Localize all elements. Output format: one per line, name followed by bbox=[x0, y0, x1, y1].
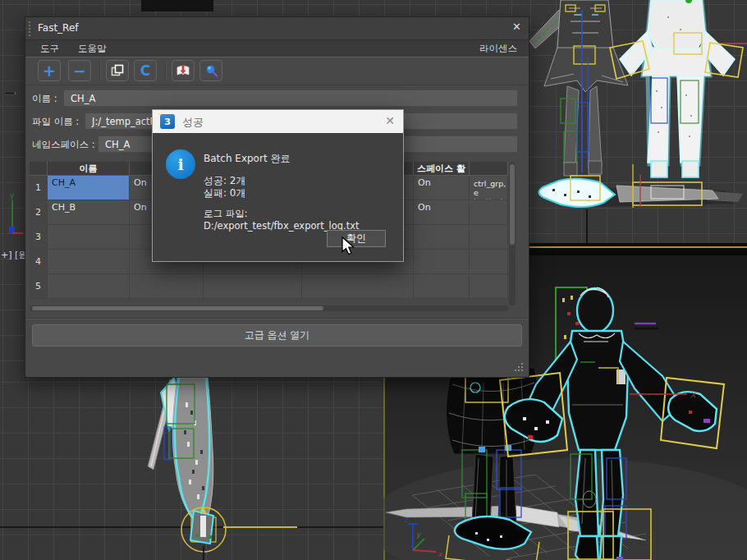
search-icon bbox=[204, 64, 218, 78]
row-number[interactable]: 2 bbox=[30, 200, 48, 225]
scrollbar-thumb[interactable] bbox=[510, 164, 515, 245]
scene-leg-view bbox=[0, 378, 383, 560]
c-button[interactable]: C bbox=[134, 60, 157, 81]
table-cell[interactable] bbox=[470, 225, 508, 250]
table-cell[interactable] bbox=[414, 250, 470, 274]
character-gray-wireframe bbox=[529, 0, 628, 176]
table-cell[interactable]: On bbox=[414, 176, 470, 200]
row-number[interactable]: 5 bbox=[30, 274, 48, 299]
menu-tools[interactable]: 도구 bbox=[40, 43, 59, 55]
table-header[interactable]: 이름 bbox=[48, 162, 130, 176]
toolbar: + − C bbox=[25, 57, 529, 85]
row-number[interactable]: 3 bbox=[30, 225, 48, 250]
row-number[interactable]: 4 bbox=[30, 250, 48, 274]
table-header[interactable]: 스페이스 활 bbox=[414, 162, 470, 176]
table-cell[interactable]: CH_B bbox=[48, 200, 130, 225]
table-cell[interactable]: On bbox=[414, 200, 470, 225]
fail-count: 실패: 0개 bbox=[204, 186, 246, 200]
axis-z-marker bbox=[9, 227, 15, 233]
menu-license[interactable]: 라이센스 bbox=[479, 43, 517, 55]
namespace-field-label: 네임스페이스 : bbox=[32, 139, 95, 151]
table-cell[interactable]: ctrl_grp, e testtest... bbox=[470, 176, 508, 200]
table-cell[interactable] bbox=[414, 225, 470, 250]
dialog-message: Batch Export 완료 bbox=[204, 152, 290, 166]
foot-gizmo bbox=[181, 507, 226, 560]
row-number[interactable]: 1 bbox=[30, 176, 48, 200]
success-dialog: 3 성공 ✕ i Batch Export 완료 성공: 2개 실패: 0개 로… bbox=[152, 109, 404, 262]
table-cell[interactable] bbox=[48, 250, 130, 274]
mouse-cursor bbox=[341, 236, 355, 256]
vertical-scrollbar[interactable] bbox=[509, 162, 516, 305]
viewport-bottom-left[interactable] bbox=[0, 378, 383, 560]
scrollbar-thumb[interactable] bbox=[32, 306, 323, 310]
search-button[interactable] bbox=[199, 60, 222, 81]
table-cell[interactable]: CH_A bbox=[48, 176, 130, 200]
add-button[interactable]: + bbox=[38, 60, 61, 81]
viewport-divider[interactable] bbox=[525, 243, 747, 253]
table-cell[interactable] bbox=[302, 274, 414, 299]
close-icon[interactable]: ✕ bbox=[512, 21, 521, 33]
table-cell[interactable] bbox=[470, 274, 508, 299]
name-input[interactable]: CH_A bbox=[63, 90, 518, 107]
table-cell[interactable] bbox=[414, 274, 470, 299]
table-cell[interactable] bbox=[470, 250, 508, 274]
toolbar-separator bbox=[165, 61, 167, 80]
table-header[interactable] bbox=[470, 162, 508, 176]
dialog-titlebar[interactable]: 3 성공 ✕ bbox=[153, 110, 403, 133]
horizontal-scrollbar[interactable] bbox=[30, 305, 508, 311]
file-name-field-label: 파일 이름 : bbox=[32, 116, 79, 128]
drag-handle-icon[interactable] bbox=[28, 21, 32, 36]
close-icon[interactable]: ✕ bbox=[385, 114, 395, 127]
resize-grip-icon[interactable] bbox=[515, 363, 525, 373]
axis-gizmo: y bbox=[2, 190, 23, 241]
log-file-path: 로그 파일: D:/export_test/fbx_export_log.txt bbox=[204, 208, 403, 232]
menu-help[interactable]: 도움말 bbox=[78, 43, 107, 55]
window-title: Fast_Ref bbox=[38, 22, 79, 34]
scene-back-view bbox=[528, 0, 747, 243]
copy-icon bbox=[111, 64, 124, 77]
toolbar-separator bbox=[99, 61, 101, 80]
table-header[interactable] bbox=[30, 162, 48, 176]
table-cell[interactable] bbox=[130, 274, 204, 299]
app-logo-icon: 3 bbox=[160, 114, 175, 129]
remove-button[interactable]: − bbox=[68, 60, 91, 81]
export-button[interactable] bbox=[172, 60, 195, 81]
viewport-label-fragment[interactable]: +] [원 bbox=[1, 249, 27, 261]
export-book-icon bbox=[176, 63, 190, 78]
table-cell[interactable] bbox=[48, 274, 130, 299]
axis-z-label: z bbox=[405, 516, 408, 524]
table-cell[interactable] bbox=[470, 200, 508, 225]
character-leg bbox=[161, 378, 213, 519]
dialog-body: i Batch Export 완료 성공: 2개 실패: 0개 로그 파일: D… bbox=[153, 133, 403, 261]
info-icon: i bbox=[166, 149, 195, 179]
axis-y-label: y bbox=[10, 191, 15, 200]
viewport-top-right[interactable] bbox=[528, 0, 747, 243]
name-field-label: 이름 : bbox=[32, 93, 57, 105]
dialog-title: 성공 bbox=[182, 115, 204, 130]
character-selected-wireframe bbox=[610, 0, 747, 177]
link-line bbox=[0, 92, 22, 94]
table-cell[interactable] bbox=[48, 225, 130, 250]
ok-button[interactable]: 확인 bbox=[327, 230, 386, 247]
menu-bar: 도구 도움말 라이센스 bbox=[25, 40, 529, 57]
model-fragment bbox=[141, 0, 213, 11]
window-titlebar[interactable]: Fast_Ref ✕ bbox=[25, 17, 529, 40]
copy-button[interactable] bbox=[106, 60, 129, 81]
advanced-options-button[interactable]: 고급 옵션 열기 bbox=[32, 324, 522, 347]
separator bbox=[25, 318, 529, 319]
table-cell[interactable] bbox=[204, 274, 302, 299]
